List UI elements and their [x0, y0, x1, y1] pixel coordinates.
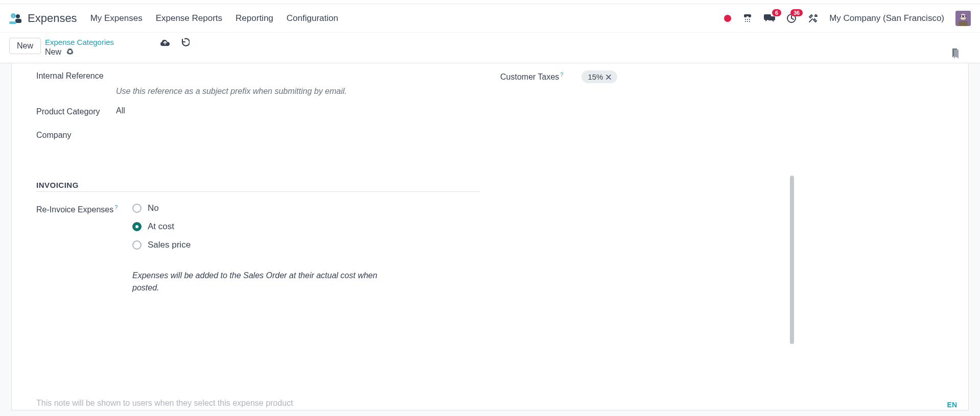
- undo-icon[interactable]: [180, 38, 190, 47]
- control-panel: New Expense Categories New: [0, 33, 980, 63]
- customer-taxes-field[interactable]: 15%: [581, 70, 944, 83]
- language-badge[interactable]: EN: [947, 401, 957, 409]
- bookmark-icon[interactable]: [951, 48, 960, 60]
- reinvoice-radio-group: No At cost Sales price: [132, 203, 191, 250]
- status-dot-icon[interactable]: [724, 15, 731, 22]
- description-placeholder[interactable]: This note will be shown to users when th…: [36, 399, 293, 408]
- svg-point-11: [749, 21, 750, 22]
- tax-tag-label: 15%: [588, 72, 603, 81]
- brand-title: Expenses: [28, 12, 77, 25]
- scrollbar-thumb[interactable]: [790, 176, 794, 344]
- help-icon[interactable]: ?: [114, 204, 118, 210]
- product-category-label: Product Category: [36, 106, 116, 116]
- reinvoice-help-text: Expenses will be added to the Sales Orde…: [132, 270, 378, 294]
- gear-icon[interactable]: [66, 48, 74, 57]
- svg-point-16: [961, 15, 963, 17]
- new-button[interactable]: New: [9, 38, 41, 54]
- clock-icon[interactable]: 36: [786, 13, 797, 23]
- nav-expense-reports[interactable]: Expense Reports: [156, 13, 222, 23]
- chat-icon[interactable]: 6: [764, 13, 775, 23]
- tools-icon[interactable]: [808, 13, 818, 23]
- company-selector[interactable]: My Company (San Francisco): [829, 13, 944, 23]
- svg-point-10: [747, 21, 748, 22]
- svg-point-17: [964, 15, 966, 17]
- help-icon[interactable]: ?: [560, 71, 563, 78]
- tax-tag: 15%: [581, 70, 617, 83]
- invoicing-section-header: INVOICING: [36, 181, 480, 192]
- radio-label-no: No: [148, 203, 159, 213]
- radio-label-sales-price: Sales price: [148, 240, 191, 250]
- internal-reference-help: Use this reference as a subject prefix w…: [116, 87, 480, 96]
- nav-configuration[interactable]: Configuration: [287, 13, 338, 23]
- user-avatar[interactable]: [955, 11, 971, 26]
- svg-point-6: [745, 19, 746, 20]
- nav-my-expenses[interactable]: My Expenses: [90, 13, 143, 23]
- svg-rect-5: [9, 21, 16, 24]
- main-navbar: $ Expenses My Expenses Expense Reports R…: [0, 4, 980, 33]
- radio-at-cost[interactable]: At cost: [132, 222, 191, 232]
- phone-icon[interactable]: [742, 13, 753, 23]
- reinvoice-label: Re-Invoice Expenses?: [36, 203, 132, 214]
- clock-badge: 36: [790, 9, 803, 16]
- radio-icon: [132, 240, 142, 250]
- radio-no[interactable]: No: [132, 203, 191, 213]
- internal-reference-label: Internal Reference: [36, 70, 116, 81]
- svg-point-3: [16, 14, 20, 18]
- nav-menu: My Expenses Expense Reports Reporting Co…: [90, 13, 338, 23]
- svg-text:$: $: [13, 14, 14, 17]
- expenses-app-icon: $: [9, 13, 22, 24]
- customer-taxes-label: Customer Taxes?: [500, 70, 563, 82]
- svg-point-8: [749, 19, 750, 20]
- close-icon[interactable]: [606, 72, 611, 81]
- radio-icon: [132, 222, 142, 231]
- systray: 6 36 My Company (San Francisco): [724, 11, 971, 26]
- svg-point-9: [745, 21, 746, 22]
- radio-sales-price[interactable]: Sales price: [132, 240, 191, 250]
- cloud-save-icon[interactable]: [160, 39, 170, 47]
- breadcrumb: Expense Categories New: [45, 38, 114, 57]
- svg-point-7: [747, 19, 748, 20]
- radio-icon: [132, 204, 142, 213]
- radio-label-at-cost: At cost: [148, 222, 174, 232]
- svg-rect-18: [959, 21, 968, 26]
- nav-reporting[interactable]: Reporting: [236, 13, 273, 23]
- chat-badge: 6: [772, 9, 781, 16]
- brand[interactable]: $ Expenses: [9, 12, 77, 25]
- scrollbar[interactable]: [789, 74, 794, 415]
- form-sheet: Internal Reference Use this reference as…: [11, 63, 969, 410]
- company-label: Company: [36, 130, 116, 140]
- product-category-field[interactable]: All: [116, 106, 480, 115]
- breadcrumb-parent[interactable]: Expense Categories: [45, 38, 114, 46]
- breadcrumb-current: New: [45, 47, 61, 57]
